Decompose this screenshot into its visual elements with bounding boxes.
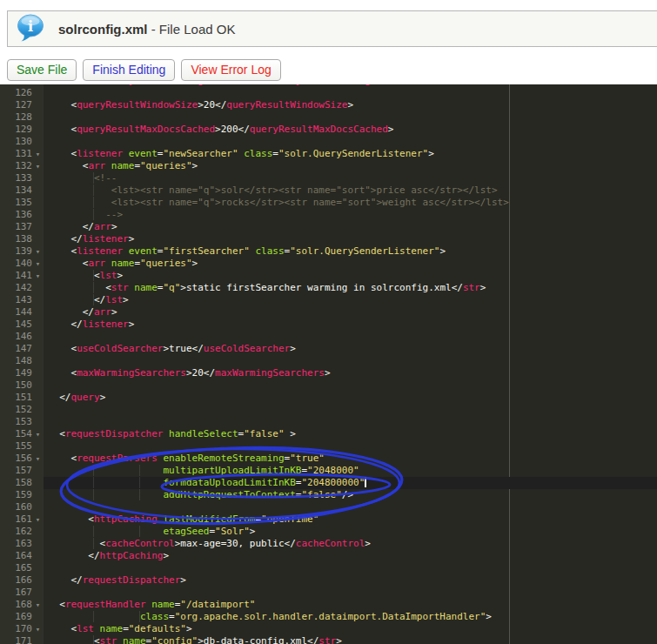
code-line-131[interactable]: <listener event="newSearcher" class="sol… (44, 148, 657, 160)
line-number: 146 (0, 331, 32, 343)
code-line-146[interactable] (44, 331, 657, 343)
code-line-169[interactable]: class="org.apache.solr.handler.dataimpor… (44, 611, 657, 623)
code-line-154[interactable]: <requestDispatcher handleSelect="false" … (44, 428, 657, 440)
line-number: 157 (0, 465, 32, 477)
fold-arrow-icon[interactable]: ▾ (32, 245, 44, 258)
code-line-156[interactable]: <requestParsers enableRemoteStreaming="t… (44, 453, 657, 465)
code-line-137[interactable]: </arr> (44, 221, 657, 233)
code-line-128[interactable] (44, 111, 657, 124)
gutter-line: 131▾ (0, 148, 44, 160)
code-line-134[interactable]: <lst><str name="q">solr</str><str name="… (44, 184, 657, 197)
view-error-log-button[interactable]: View Error Log (181, 59, 280, 81)
code-line-140[interactable]: <arr name="queries"> (44, 258, 657, 270)
code-line-160[interactable] (44, 501, 657, 513)
code-editor[interactable]: 125126127128129130131▾132▾13313413513613… (0, 84, 657, 644)
code-line-148[interactable] (44, 355, 657, 367)
code-line-162[interactable]: etagSeed="Solr"> (44, 526, 657, 538)
file-status-bar: i solrconfig.xml - File Load OK (7, 10, 657, 47)
gutter-line: 151 (0, 392, 44, 404)
code-line-139[interactable]: <listener event="firstSearcher" class="s… (44, 245, 657, 258)
gutter-line: 134 (0, 184, 44, 197)
finish-editing-button[interactable]: Finish Editing (83, 59, 175, 81)
line-number: 150 (0, 379, 32, 392)
fold-arrow-icon[interactable]: ▾ (32, 513, 44, 526)
load-status: - File Load OK (148, 22, 236, 37)
line-number: 133 (0, 172, 32, 184)
code-line-159[interactable]: addHttpRequestToContext="false"/> (44, 489, 657, 501)
gutter-line: 170▾ (0, 623, 44, 635)
code-line-129[interactable]: <queryResultMaxDocsCached>200</queryResu… (44, 124, 657, 136)
code-line-133[interactable]: <!-- (44, 172, 657, 184)
gutter-line: 164 (0, 550, 44, 562)
code-line-126[interactable] (44, 87, 657, 99)
fold-arrow-icon[interactable]: ▾ (32, 270, 44, 282)
code-line-132[interactable]: <arr name="queries"> (44, 160, 657, 172)
code-line-158[interactable]: formdataUploadLimitInKB="204800000" (44, 477, 657, 489)
code-line-142[interactable]: <str name="q">static firstSearcher warmi… (44, 282, 657, 294)
code-line-141[interactable]: <lst> (44, 270, 657, 282)
code-line-163[interactable]: <cacheControl>max-age=30, public</cacheC… (44, 538, 657, 550)
line-number: 131 (0, 148, 32, 160)
fold-arrow-icon[interactable]: ▾ (32, 453, 44, 465)
code-line-171[interactable]: <str name="config">db-data-config.xml</s… (44, 635, 657, 644)
code-line-147[interactable]: <useColdSearcher>true</useColdSearcher> (44, 343, 657, 355)
gutter-line: 140▾ (0, 258, 44, 270)
gutter-line: 152 (0, 404, 44, 416)
gutter-line: 129 (0, 124, 44, 136)
line-number: 138 (0, 233, 32, 245)
svg-text:i: i (28, 18, 33, 35)
gutter-line: 137 (0, 221, 44, 233)
code-line-143[interactable]: </lst> (44, 294, 657, 306)
code-line-138[interactable]: </listener> (44, 233, 657, 245)
line-number: 140 (0, 258, 32, 270)
code-line-150[interactable] (44, 379, 657, 392)
code-line-152[interactable] (44, 404, 657, 416)
code-line-157[interactable]: multipartUploadLimitInKB="2048000" (44, 465, 657, 477)
fold-arrow-icon[interactable]: ▾ (32, 599, 44, 611)
code-line-161[interactable]: <httpCaching lastModifiedFrom="openTime" (44, 513, 657, 526)
line-number: 168 (0, 599, 32, 611)
code-line-151[interactable]: </query> (44, 392, 657, 404)
line-number: 127 (0, 99, 32, 111)
code-line-149[interactable]: <maxWarmingSearchers>20</maxWarmingSearc… (44, 367, 657, 379)
line-number: 159 (0, 489, 32, 501)
fold-arrow-icon[interactable]: ▾ (32, 623, 44, 635)
gutter-line: 163 (0, 538, 44, 550)
code-line-167[interactable] (44, 587, 657, 599)
code-lines[interactable]: <enableLazyFieldLoading>true</enableLazy… (44, 84, 657, 644)
line-number: 167 (0, 587, 32, 599)
gutter-line: 145 (0, 319, 44, 331)
code-line-170[interactable]: <lst name="defaults"> (44, 623, 657, 635)
line-number: 152 (0, 404, 32, 416)
code-line-153[interactable] (44, 416, 657, 428)
save-file-button[interactable]: Save File (7, 59, 77, 81)
fold-arrow-icon[interactable]: ▾ (32, 428, 44, 440)
code-line-168[interactable]: <requestHandler name="/dataimport" (44, 599, 657, 611)
gutter-line: 167 (0, 587, 44, 599)
line-number: 163 (0, 538, 32, 550)
fold-arrow-icon[interactable]: ▾ (32, 148, 44, 160)
line-number: 139 (0, 245, 32, 258)
code-line-136[interactable]: --> (44, 209, 657, 221)
code-line-166[interactable]: </requestDispatcher> (44, 574, 657, 587)
gutter-line: 150 (0, 379, 44, 392)
code-line-127[interactable]: <queryResultWindowSize>20</queryResultWi… (44, 99, 657, 111)
gutter-line: 127 (0, 99, 44, 111)
fold-arrow-icon[interactable]: ▾ (32, 160, 44, 172)
gutter-line: 158 (0, 477, 44, 489)
code-line-164[interactable]: </httpCaching> (44, 550, 657, 562)
line-number: 158 (0, 477, 32, 489)
code-line-155[interactable] (44, 440, 657, 453)
code-line-135[interactable]: <lst><str name="q">rocks</str><str name=… (44, 197, 657, 209)
code-line-144[interactable]: </arr> (44, 306, 657, 319)
gutter-line: 146 (0, 331, 44, 343)
code-line-130[interactable] (44, 136, 657, 148)
code-line-145[interactable]: </listener> (44, 319, 657, 331)
line-number: 128 (0, 111, 32, 124)
fold-arrow-icon[interactable]: ▾ (32, 258, 44, 270)
gutter-line: 165 (0, 562, 44, 574)
gutter: 125126127128129130131▾132▾13313413513613… (0, 84, 44, 644)
gutter-line: 128 (0, 111, 44, 124)
line-number: 164 (0, 550, 32, 562)
code-line-165[interactable] (44, 562, 657, 574)
